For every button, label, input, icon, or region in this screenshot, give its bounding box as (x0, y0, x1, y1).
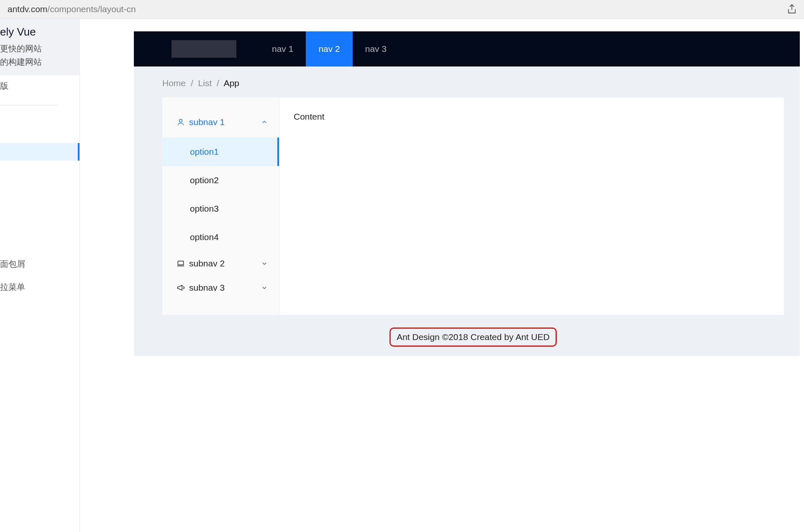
submenu-label: subnav 3 (189, 283, 261, 293)
browser-address-bar: antdv.com/components/layout-cn (0, 0, 804, 19)
footer-highlight: Ant Design ©2018 Created by Ant UED (389, 327, 557, 347)
submenu-subnav1[interactable]: subnav 1 (162, 110, 279, 134)
breadcrumb-item-current: App (224, 78, 239, 88)
option-label: option4 (190, 232, 219, 242)
url-domain: antdv.com (8, 4, 47, 14)
option-label: option1 (190, 147, 219, 157)
breadcrumb: Home / List / App (162, 74, 784, 97)
share-icon[interactable] (787, 4, 796, 14)
inner-panel: subnav 1 option1 option2 (162, 97, 784, 315)
content-body: Content (279, 97, 784, 315)
nav-label: nav 2 (318, 44, 340, 54)
breadcrumb-item[interactable]: Home (162, 78, 186, 88)
nav-label: nav 1 (272, 44, 293, 54)
sidebar-line-2: 的构建网站 (0, 55, 75, 69)
submenu-label: subnav 1 (189, 117, 261, 127)
layout-header: nav 1 nav 2 nav 3 (134, 31, 800, 66)
megaphone-icon (177, 284, 186, 292)
nav-item-3[interactable]: nav 3 (353, 31, 399, 66)
breadcrumb-sep: / (188, 78, 196, 88)
chevron-up-icon (261, 119, 267, 125)
breadcrumb-sep: / (214, 78, 222, 88)
side-menu: subnav 1 option1 option2 (162, 97, 279, 315)
url-path: /components/layout-cn (47, 4, 136, 14)
sidebar-item-selected[interactable] (0, 143, 79, 161)
doc-sidebar: ely Vue 更快的网站 的构建网站 版 面包屑 拉菜单 (0, 19, 79, 532)
sidebar-title: ely Vue (0, 24, 75, 42)
layout-demo: nav 1 nav 2 nav 3 Home / List / (134, 31, 800, 356)
menu-option-4[interactable]: option4 (162, 223, 279, 251)
laptop-icon (177, 259, 186, 268)
layout-footer: Ant Design ©2018 Created by Ant UED (162, 315, 784, 356)
nav-label: nav 3 (365, 44, 387, 54)
sidebar-line-1: 更快的网站 (0, 42, 75, 55)
layout-body: Home / List / App (134, 66, 800, 356)
option-label: option3 (190, 204, 219, 214)
menu-option-2[interactable]: option2 (162, 166, 279, 194)
submenu-subnav2[interactable]: subnav 2 (162, 251, 279, 276)
chevron-down-icon (261, 261, 267, 266)
sidebar-item[interactable]: 版 (0, 75, 79, 97)
menu-option-1[interactable]: option1 (162, 138, 279, 166)
nav-item-1[interactable]: nav 1 (259, 31, 306, 66)
submenu-label: subnav 2 (189, 258, 261, 269)
gutter (79, 19, 119, 532)
submenu-subnav3[interactable]: subnav 3 (162, 276, 279, 300)
menu-option-3[interactable]: option3 (162, 194, 279, 223)
user-icon (177, 118, 186, 126)
svg-rect-1 (178, 261, 183, 265)
footer-text: Ant Design ©2018 Created by Ant UED (397, 332, 550, 342)
option-label: option2 (190, 175, 219, 185)
divider (0, 105, 59, 105)
sidebar-item-breadcrumb[interactable]: 面包屑 (0, 253, 79, 276)
chevron-down-icon (261, 285, 267, 291)
breadcrumb-item[interactable]: List (198, 78, 212, 88)
content-text: Content (294, 112, 325, 121)
logo-placeholder (172, 40, 236, 58)
sidebar-item-dropdown[interactable]: 拉菜单 (0, 276, 79, 299)
nav-item-2[interactable]: nav 2 (306, 31, 352, 66)
svg-point-0 (179, 119, 182, 122)
